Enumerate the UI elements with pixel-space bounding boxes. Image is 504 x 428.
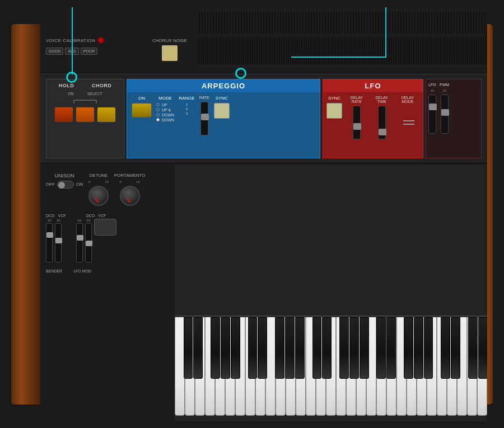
white-key[interactable]: [245, 317, 255, 416]
wood-panel-left: [11, 24, 40, 405]
white-key[interactable]: [316, 317, 326, 416]
mode-up-label: UP: [162, 103, 167, 107]
arp-on-label: ON: [138, 96, 145, 101]
lfo-delay-time-slider[interactable]: [378, 106, 386, 139]
white-key[interactable]: [255, 317, 265, 416]
white-key[interactable]: [296, 317, 306, 416]
bender-wheel[interactable]: [94, 219, 116, 236]
white-key[interactable]: [235, 317, 245, 416]
lfo-sync-label: SYNC: [328, 96, 340, 101]
left-controls: UNISON OFF ON DETUNE 0: [40, 164, 175, 421]
chorus-noise-button[interactable]: [162, 45, 178, 61]
lfo-sync-button[interactable]: [326, 103, 342, 119]
mode-down-sub-label: DOWN: [162, 113, 174, 117]
white-key[interactable]: [205, 317, 215, 416]
arp-rate-label: RATE: [199, 96, 209, 100]
chorus-noise-label: CHORUS NOISE: [152, 38, 187, 43]
white-key[interactable]: [386, 317, 396, 416]
annotation-dot-left: [66, 72, 77, 83]
vcf-thumb-1[interactable]: [55, 238, 62, 243]
portamento-max: 10: [136, 180, 140, 184]
annotation-line-horizontal: [291, 57, 386, 58]
arp-on-button[interactable]: [132, 103, 152, 117]
hold-on-button[interactable]: [54, 107, 73, 123]
white-key[interactable]: [346, 317, 356, 416]
lfo-slider[interactable]: [428, 95, 436, 134]
white-key[interactable]: [195, 317, 205, 416]
chord-on-button[interactable]: [76, 107, 95, 123]
white-key[interactable]: [185, 317, 195, 416]
annotation-line-right: [385, 7, 386, 58]
white-key[interactable]: [437, 317, 447, 416]
dco-slider-1[interactable]: [46, 223, 53, 262]
lower-panel: UNISON OFF ON DETUNE 0: [40, 164, 487, 421]
lfo-max-label: 10: [431, 89, 435, 92]
lfo-section: LFO SYNC DELAY RATE: [323, 79, 423, 158]
portamento-knob[interactable]: [120, 186, 140, 206]
dco-label-2: DCO: [86, 214, 95, 218]
vcf-slider-1[interactable]: [55, 223, 62, 262]
range-1-label: 1: [186, 103, 188, 106]
select-button[interactable]: [97, 107, 116, 123]
white-key[interactable]: [215, 317, 225, 416]
white-key[interactable]: [276, 317, 286, 416]
bender-bottom-label: BENDER: [46, 269, 62, 273]
white-key[interactable]: [366, 317, 376, 416]
lfo-slider-thumb[interactable]: [429, 104, 437, 110]
mode-updown-label: UP &: [162, 108, 171, 112]
pwm-slider[interactable]: [441, 95, 449, 134]
chorus-noise-section: CHORUS NOISE: [152, 38, 187, 61]
wood-panel-right: [487, 24, 493, 405]
mode-updown2-indicator: [156, 113, 160, 116]
white-key[interactable]: [225, 317, 235, 416]
lfo-delay-time-thumb[interactable]: [379, 129, 386, 135]
vcf-slider-2[interactable]: [85, 223, 92, 262]
dco-thumb-1[interactable]: [46, 232, 53, 238]
portamento-min: 0: [120, 180, 122, 184]
detune-min: 0: [88, 180, 90, 184]
white-key[interactable]: [376, 317, 386, 416]
unison-toggle[interactable]: [57, 181, 74, 189]
white-key[interactable]: [356, 317, 366, 416]
hold-label: HOLD: [59, 83, 74, 88]
lfo-delay-rate-slider[interactable]: [353, 106, 361, 139]
lfo-mod-bottom-label: LFO MOD: [73, 269, 91, 273]
mode-down-indicator: [156, 118, 160, 121]
dco-thumb-2[interactable]: [77, 235, 83, 241]
white-key[interactable]: [407, 317, 417, 416]
arp-range-label: RANGE: [179, 96, 194, 101]
white-key[interactable]: [457, 317, 467, 416]
white-key[interactable]: [336, 317, 346, 416]
white-key[interactable]: [396, 317, 407, 416]
white-key[interactable]: [467, 317, 477, 416]
grille-bottom: [197, 36, 487, 64]
arp-sync-label: SYNC: [216, 96, 228, 101]
arp-rate-slider[interactable]: [200, 102, 208, 135]
vcf-thumb-2[interactable]: [86, 241, 92, 246]
arp-rate-thumb[interactable]: [201, 114, 209, 120]
white-key[interactable]: [265, 317, 276, 416]
white-key[interactable]: [326, 317, 336, 416]
poor-button[interactable]: POOR: [81, 48, 98, 55]
arpeggio-section: ARPEGGIO ON MODE UP: [127, 79, 320, 158]
keyboard[interactable]: [175, 315, 487, 416]
portamento-mark: [127, 197, 130, 203]
white-key[interactable]: [417, 317, 427, 416]
detune-knob[interactable]: [88, 186, 109, 206]
arpeggio-header: ARPEGGIO: [127, 79, 320, 92]
white-key[interactable]: [477, 317, 487, 416]
white-key[interactable]: [447, 317, 457, 416]
white-key[interactable]: [306, 317, 316, 416]
annotation-line-left: [72, 7, 73, 74]
arp-sync-button[interactable]: [214, 103, 230, 119]
voice-calibration-label: VOICE CALIBRATION: [46, 38, 95, 43]
lfo-delay-rate-thumb[interactable]: [353, 123, 361, 130]
vcf-label-2: VCF: [98, 214, 106, 218]
white-key[interactable]: [175, 317, 185, 416]
detune-label: DETUNE: [90, 173, 108, 178]
white-key[interactable]: [427, 317, 437, 416]
good-button[interactable]: GOOD: [46, 48, 63, 55]
pwm-slider-thumb[interactable]: [441, 109, 449, 116]
dco-slider-2[interactable]: [76, 223, 83, 262]
white-key[interactable]: [286, 317, 296, 416]
